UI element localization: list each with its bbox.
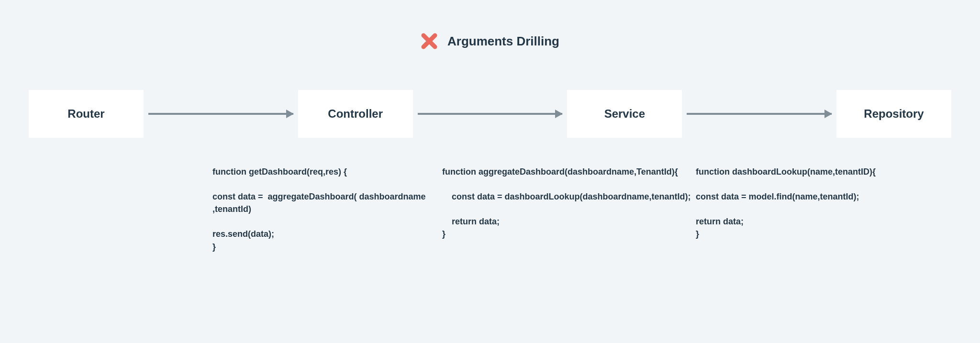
code-service: function aggregateDashboard(dashboardnam… — [442, 163, 696, 256]
code-repository: function dashboardLookup(name,tenantID){… — [696, 163, 935, 256]
box-router-label: Router — [67, 107, 104, 121]
arrow-service-repository — [687, 113, 832, 115]
box-repository-label: Repository — [864, 107, 924, 121]
arrow-head-icon — [555, 110, 563, 118]
diagram-title: Arguments Drilling — [447, 34, 559, 49]
code-controller: function getDashboard(req,res) { const d… — [212, 163, 442, 256]
box-service-label: Service — [604, 107, 645, 121]
arrow-head-icon — [824, 110, 832, 118]
arrow-router-controller — [148, 113, 293, 115]
diagram-title-row: Arguments Drilling — [0, 33, 980, 50]
code-spacer-router — [29, 163, 212, 256]
box-router: Router — [29, 90, 144, 138]
x-icon — [421, 33, 438, 50]
box-controller: Controller — [298, 90, 413, 138]
box-service: Service — [567, 90, 682, 138]
flow-lane: Router Controller Service Repository — [29, 90, 951, 138]
box-controller-label: Controller — [328, 107, 383, 121]
arrow-controller-service — [418, 113, 563, 115]
arrow-line — [418, 113, 563, 115]
box-repository: Repository — [836, 90, 951, 138]
arrow-head-icon — [286, 110, 294, 118]
arrow-line — [148, 113, 293, 115]
arrow-line — [687, 113, 832, 115]
code-row: function getDashboard(req,res) { const d… — [29, 163, 951, 256]
